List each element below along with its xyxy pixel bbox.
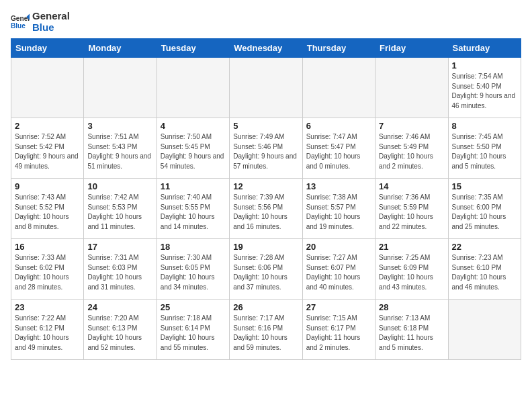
calendar-day: 12Sunrise: 7:39 AM Sunset: 5:56 PM Dayli… xyxy=(230,179,302,239)
svg-text:Blue: Blue xyxy=(11,22,26,30)
day-number: 8 xyxy=(452,121,517,131)
day-info: Sunrise: 7:40 AM Sunset: 5:55 PM Dayligh… xyxy=(161,193,226,232)
day-number: 6 xyxy=(306,121,371,131)
day-info: Sunrise: 7:36 AM Sunset: 5:59 PM Dayligh… xyxy=(379,193,444,232)
day-number: 5 xyxy=(233,121,298,131)
day-number: 27 xyxy=(306,302,371,312)
weekday-header: Sunday xyxy=(11,39,84,58)
day-number: 20 xyxy=(306,242,371,252)
calendar-day: 4Sunrise: 7:50 AM Sunset: 5:45 PM Daylig… xyxy=(157,118,229,179)
calendar-day: 22Sunrise: 7:23 AM Sunset: 6:10 PM Dayli… xyxy=(448,239,521,300)
day-info: Sunrise: 7:43 AM Sunset: 5:52 PM Dayligh… xyxy=(15,193,80,232)
day-info: Sunrise: 7:22 AM Sunset: 6:12 PM Dayligh… xyxy=(15,314,80,353)
calendar-day: 10Sunrise: 7:42 AM Sunset: 5:53 PM Dayli… xyxy=(84,179,157,239)
day-info: Sunrise: 7:42 AM Sunset: 5:53 PM Dayligh… xyxy=(87,193,152,232)
calendar-day: 3Sunrise: 7:51 AM Sunset: 5:43 PM Daylig… xyxy=(84,118,157,179)
calendar-day: 25Sunrise: 7:18 AM Sunset: 6:14 PM Dayli… xyxy=(157,300,229,360)
weekday-header: Tuesday xyxy=(157,39,229,58)
logo-general-text: General xyxy=(32,11,70,22)
calendar-day: 28Sunrise: 7:13 AM Sunset: 6:18 PM Dayli… xyxy=(375,300,448,360)
calendar-day: 15Sunrise: 7:35 AM Sunset: 6:00 PM Dayli… xyxy=(448,179,521,239)
day-info: Sunrise: 7:33 AM Sunset: 6:02 PM Dayligh… xyxy=(15,253,80,292)
weekday-header-row: SundayMondayTuesdayWednesdayThursdayFrid… xyxy=(11,39,521,58)
day-info: Sunrise: 7:31 AM Sunset: 6:03 PM Dayligh… xyxy=(87,253,152,292)
day-info: Sunrise: 7:23 AM Sunset: 6:10 PM Dayligh… xyxy=(452,253,517,292)
calendar-day xyxy=(84,58,157,118)
day-number: 3 xyxy=(87,121,152,131)
day-info: Sunrise: 7:38 AM Sunset: 5:57 PM Dayligh… xyxy=(306,193,371,232)
day-info: Sunrise: 7:13 AM Sunset: 6:18 PM Dayligh… xyxy=(379,314,444,353)
day-info: Sunrise: 7:20 AM Sunset: 6:13 PM Dayligh… xyxy=(87,314,152,353)
day-number: 2 xyxy=(15,121,80,131)
svg-text:General: General xyxy=(11,15,30,22)
day-info: Sunrise: 7:47 AM Sunset: 5:47 PM Dayligh… xyxy=(306,132,371,171)
calendar-day: 20Sunrise: 7:27 AM Sunset: 6:07 PM Dayli… xyxy=(302,239,375,300)
calendar-week-row: 2Sunrise: 7:52 AM Sunset: 5:42 PM Daylig… xyxy=(11,118,521,179)
calendar-day: 8Sunrise: 7:45 AM Sunset: 5:50 PM Daylig… xyxy=(448,118,521,179)
calendar-day xyxy=(157,58,229,118)
day-info: Sunrise: 7:15 AM Sunset: 6:17 PM Dayligh… xyxy=(306,314,371,353)
calendar-day xyxy=(230,58,302,118)
day-number: 17 xyxy=(87,242,152,252)
calendar-week-row: 9Sunrise: 7:43 AM Sunset: 5:52 PM Daylig… xyxy=(11,179,521,239)
calendar-day: 26Sunrise: 7:17 AM Sunset: 6:16 PM Dayli… xyxy=(230,300,302,360)
calendar-day xyxy=(11,58,84,118)
logo: General Blue General Blue xyxy=(11,11,70,33)
day-info: Sunrise: 7:35 AM Sunset: 6:00 PM Dayligh… xyxy=(452,193,517,232)
day-info: Sunrise: 7:45 AM Sunset: 5:50 PM Dayligh… xyxy=(452,132,517,171)
day-info: Sunrise: 7:54 AM Sunset: 5:40 PM Dayligh… xyxy=(452,72,517,111)
calendar-day: 21Sunrise: 7:25 AM Sunset: 6:09 PM Dayli… xyxy=(375,239,448,300)
day-info: Sunrise: 7:50 AM Sunset: 5:45 PM Dayligh… xyxy=(161,132,226,171)
day-number: 1 xyxy=(452,60,517,71)
weekday-header: Monday xyxy=(84,39,157,58)
day-info: Sunrise: 7:39 AM Sunset: 5:56 PM Dayligh… xyxy=(233,193,298,232)
calendar-day xyxy=(302,58,375,118)
calendar-week-row: 16Sunrise: 7:33 AM Sunset: 6:02 PM Dayli… xyxy=(11,239,521,300)
day-info: Sunrise: 7:18 AM Sunset: 6:14 PM Dayligh… xyxy=(161,314,226,353)
calendar-day xyxy=(448,300,521,360)
day-number: 16 xyxy=(15,242,80,252)
calendar-day: 2Sunrise: 7:52 AM Sunset: 5:42 PM Daylig… xyxy=(11,118,84,179)
day-number: 23 xyxy=(15,302,80,312)
day-number: 11 xyxy=(161,181,226,191)
calendar-week-row: 23Sunrise: 7:22 AM Sunset: 6:12 PM Dayli… xyxy=(11,300,521,360)
day-number: 10 xyxy=(87,181,152,191)
calendar-day: 19Sunrise: 7:28 AM Sunset: 6:06 PM Dayli… xyxy=(230,239,302,300)
calendar-day: 17Sunrise: 7:31 AM Sunset: 6:03 PM Dayli… xyxy=(84,239,157,300)
day-number: 4 xyxy=(161,121,226,131)
day-info: Sunrise: 7:17 AM Sunset: 6:16 PM Dayligh… xyxy=(233,314,298,353)
day-number: 15 xyxy=(452,181,517,191)
weekday-header: Wednesday xyxy=(230,39,302,58)
day-number: 21 xyxy=(379,242,444,252)
calendar-day xyxy=(375,58,448,118)
calendar-table: SundayMondayTuesdayWednesdayThursdayFrid… xyxy=(11,38,521,360)
weekday-header: Saturday xyxy=(448,39,521,58)
calendar-day: 18Sunrise: 7:30 AM Sunset: 6:05 PM Dayli… xyxy=(157,239,229,300)
calendar-day: 11Sunrise: 7:40 AM Sunset: 5:55 PM Dayli… xyxy=(157,179,229,239)
day-info: Sunrise: 7:52 AM Sunset: 5:42 PM Dayligh… xyxy=(15,132,80,171)
page-header: General Blue General Blue xyxy=(11,11,521,33)
day-number: 18 xyxy=(161,242,226,252)
day-number: 13 xyxy=(306,181,371,191)
day-number: 28 xyxy=(379,302,444,312)
day-number: 9 xyxy=(15,181,80,191)
calendar-day: 1Sunrise: 7:54 AM Sunset: 5:40 PM Daylig… xyxy=(448,58,521,118)
day-number: 12 xyxy=(233,181,298,191)
day-info: Sunrise: 7:27 AM Sunset: 6:07 PM Dayligh… xyxy=(306,253,371,292)
calendar-day: 13Sunrise: 7:38 AM Sunset: 5:57 PM Dayli… xyxy=(302,179,375,239)
calendar-day: 14Sunrise: 7:36 AM Sunset: 5:59 PM Dayli… xyxy=(375,179,448,239)
calendar-day: 16Sunrise: 7:33 AM Sunset: 6:02 PM Dayli… xyxy=(11,239,84,300)
day-info: Sunrise: 7:30 AM Sunset: 6:05 PM Dayligh… xyxy=(161,253,226,292)
calendar-day: 5Sunrise: 7:49 AM Sunset: 5:46 PM Daylig… xyxy=(230,118,302,179)
weekday-header: Friday xyxy=(375,39,448,58)
calendar-day: 6Sunrise: 7:47 AM Sunset: 5:47 PM Daylig… xyxy=(302,118,375,179)
calendar-day: 24Sunrise: 7:20 AM Sunset: 6:13 PM Dayli… xyxy=(84,300,157,360)
calendar-day: 9Sunrise: 7:43 AM Sunset: 5:52 PM Daylig… xyxy=(11,179,84,239)
day-info: Sunrise: 7:46 AM Sunset: 5:49 PM Dayligh… xyxy=(379,132,444,171)
day-info: Sunrise: 7:51 AM Sunset: 5:43 PM Dayligh… xyxy=(87,132,152,171)
calendar-week-row: 1Sunrise: 7:54 AM Sunset: 5:40 PM Daylig… xyxy=(11,58,521,118)
day-number: 25 xyxy=(161,302,226,312)
day-info: Sunrise: 7:25 AM Sunset: 6:09 PM Dayligh… xyxy=(379,253,444,292)
weekday-header: Thursday xyxy=(302,39,375,58)
day-info: Sunrise: 7:28 AM Sunset: 6:06 PM Dayligh… xyxy=(233,253,298,292)
